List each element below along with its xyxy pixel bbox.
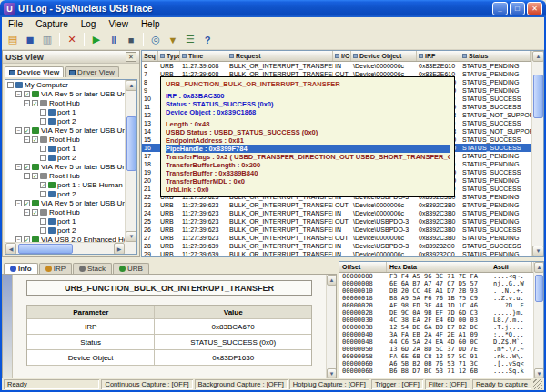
column-header-type[interactable]: Type (158, 51, 180, 61)
find-icon[interactable]: ◎ (147, 32, 164, 48)
tree-checkbox[interactable] (40, 109, 46, 116)
minimize-button[interactable]: _ (492, 2, 508, 15)
tree-item[interactable]: −✓Root Hub (5, 98, 125, 107)
scroll-left-icon[interactable]: ◀ (5, 243, 16, 255)
tree-checkbox[interactable]: ✓ (32, 173, 38, 179)
clear-log-icon[interactable]: ✕ (64, 32, 80, 48)
column-header-status[interactable]: Status (460, 51, 531, 61)
collapse-icon[interactable]: − (24, 173, 30, 179)
tree-item[interactable]: port 1 (5, 144, 125, 153)
filter-icon[interactable]: ▼ (165, 32, 181, 48)
collapse-icon[interactable]: − (15, 164, 22, 170)
collapse-icon[interactable]: − (24, 209, 30, 216)
collapse-icon[interactable]: − (7, 82, 14, 88)
list-vertical-scrollbar[interactable]: ▲ ▼ (531, 51, 543, 256)
close-button[interactable]: ✕ (527, 2, 542, 15)
tree-item[interactable]: port 2 (5, 153, 125, 162)
tree-checkbox[interactable] (40, 118, 46, 125)
help-icon[interactable]: ? (199, 32, 216, 48)
menu-help[interactable]: Help (135, 19, 167, 29)
column-header-time[interactable]: Time (180, 51, 228, 61)
tree-item[interactable]: port 2 (5, 226, 125, 235)
column-header-device-object[interactable]: Device Object (351, 51, 417, 61)
pause-capture-icon[interactable]: ‖ (106, 32, 122, 48)
collapse-icon[interactable]: − (15, 200, 22, 206)
tree-item[interactable]: −✓VIA Rev 5 or later USB Universal Host … (5, 162, 125, 171)
tree-item[interactable]: −My Computer (5, 80, 125, 89)
capture-row[interactable]: 29URB11:27:39:639BULK_OR_INTERRUPT_TRANS… (142, 250, 531, 256)
tree-item[interactable]: port 1 (5, 216, 125, 226)
tree-checkbox[interactable]: ✓ (32, 100, 38, 106)
hex-scrollbar[interactable]: ▲ ▼ (533, 262, 543, 379)
tree-checkbox[interactable] (40, 227, 46, 234)
title-bar[interactable]: U UTLog - SysNucleus USBTrace _□✕ (0, 0, 546, 17)
capture-row[interactable]: 6URB11:27:39:608BULK_OR_INTERRUPT_TRANSF… (142, 62, 531, 70)
menu-log[interactable]: Log (75, 19, 103, 29)
menu-file[interactable]: File (2, 19, 29, 29)
detail-scroll-up-icon[interactable]: ▲ (327, 275, 337, 286)
menu-capture[interactable]: Capture (29, 19, 75, 29)
tree-item[interactable]: −✓Root Hub (5, 171, 125, 180)
tree-item[interactable]: −✓Root Hub (5, 207, 125, 216)
scroll-right-icon[interactable]: ▶ (114, 243, 125, 255)
hex-scroll-thumb[interactable] (535, 275, 543, 302)
tree-checkbox[interactable] (40, 191, 46, 197)
tab-urb[interactable]: URB (113, 263, 149, 274)
column-header-seq[interactable]: Seq (142, 51, 158, 61)
tab-irp[interactable]: IRP (39, 263, 72, 274)
collapse-icon[interactable]: − (15, 127, 22, 134)
usb-view-close-button[interactable]: ✕ (126, 52, 136, 62)
tab-stack[interactable]: Stack (73, 263, 112, 274)
capture-row[interactable]: 27URB11:27:39:623BULK_OR_INTERRUPT_TRANS… (142, 234, 531, 242)
save-log-icon[interactable]: ◼ (22, 32, 38, 48)
column-header-request[interactable]: Request (228, 51, 333, 61)
device-tree-icon[interactable]: ☰ (182, 32, 198, 48)
list-scroll-up-icon[interactable]: ▲ (532, 51, 544, 62)
export-log-icon[interactable]: ▥ (39, 32, 56, 48)
capture-row[interactable]: 23URB11:27:39:623BULK_OR_INTERRUPT_TRANS… (142, 201, 531, 209)
tab-info[interactable]: Info (4, 263, 38, 274)
column-header-i-o[interactable]: I/O (333, 51, 351, 61)
open-capture-file-icon[interactable]: ▤ (5, 32, 21, 48)
tree-checkbox[interactable]: ✓ (32, 209, 38, 216)
list-scroll-thumb[interactable] (533, 75, 543, 118)
tree-checkbox[interactable]: ✓ (24, 127, 30, 134)
tree-checkbox[interactable]: ✓ (24, 200, 30, 206)
collapse-icon[interactable]: − (24, 136, 30, 143)
tree-scroll-thumb[interactable] (126, 116, 136, 171)
tree-item[interactable]: −✓VIA Rev 5 or later USB Universal Host … (5, 89, 125, 98)
tree-horizontal-scrollbar[interactable]: ◀ ▶ (5, 242, 125, 254)
tree-checkbox[interactable] (40, 146, 46, 152)
hex-scroll-up-icon[interactable]: ▲ (534, 262, 544, 273)
tab-driver-view[interactable]: Driver View (65, 66, 119, 77)
tree-checkbox[interactable]: ✓ (32, 136, 38, 143)
maximize-button[interactable]: □ (510, 2, 525, 15)
detail-scrollbar[interactable]: ▲ ▼ (326, 275, 336, 379)
start-capture-icon[interactable]: ▶ (88, 32, 105, 48)
hex-col-offset[interactable]: Offset (339, 262, 387, 272)
collapse-icon[interactable]: − (24, 100, 30, 106)
tree-checkbox[interactable]: ✓ (40, 182, 46, 188)
tree-checkbox[interactable]: ✓ (24, 164, 30, 170)
tree-checkbox[interactable] (40, 155, 46, 161)
scroll-down-icon[interactable]: ▼ (126, 231, 137, 242)
capture-row[interactable]: 24URB11:27:39:623BULK_OR_INTERRUPT_TRANS… (142, 209, 531, 217)
tree-item[interactable]: port 2 (5, 116, 125, 126)
hex-col-hex-data[interactable]: Hex Data (387, 262, 490, 272)
stop-capture-icon[interactable]: ■ (123, 32, 139, 48)
tab-device-view[interactable]: Device View (5, 66, 64, 77)
capture-row[interactable]: 25URB11:27:39:623BULK_OR_INTERRUPT_TRANS… (142, 217, 531, 226)
tree-item[interactable]: port 1 (5, 107, 125, 116)
list-scroll-down-icon[interactable]: ▼ (532, 246, 544, 256)
scroll-up-icon[interactable]: ▲ (126, 80, 137, 91)
tree-vertical-scrollbar[interactable]: ▲ ▼ (125, 80, 136, 242)
menu-view[interactable]: View (102, 19, 135, 29)
tree-item[interactable]: −✓VIA Rev 5 or later USB Universal Host … (5, 126, 125, 135)
collapse-icon[interactable]: − (15, 91, 22, 97)
tree-hscroll-thumb[interactable] (18, 244, 73, 254)
resize-grip[interactable] (533, 379, 542, 389)
tree-item[interactable]: −✓Root Hub (5, 135, 125, 144)
column-header-irp[interactable]: IRP (417, 51, 460, 61)
capture-row[interactable]: 28URB11:27:39:639BULK_OR_INTERRUPT_TRANS… (142, 242, 531, 250)
tree-item[interactable]: ✓port 1 : USB Human Interface D... (5, 180, 125, 189)
